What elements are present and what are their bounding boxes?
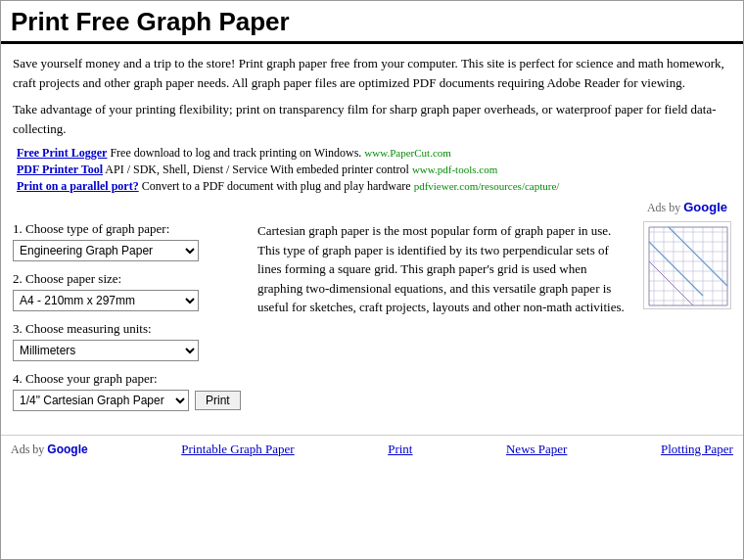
page-title: Print Free Graph Paper <box>11 7 733 37</box>
form-step-1: 1. Choose type of graph paper: Engineeri… <box>13 221 248 261</box>
intro-paragraph-2: Take advantage of your printing flexibil… <box>13 100 731 138</box>
ad-link-row-2: PDF Printer Tool API / SDK, Shell, Diens… <box>13 163 731 177</box>
svg-line-22 <box>649 261 693 305</box>
step1-label: 1. Choose type of graph paper: <box>13 221 248 237</box>
page-footer: Ads by Google Printable Graph Paper Prin… <box>1 435 743 463</box>
form-step-2: 2. Choose paper size: A4 - 210mm x 297mm… <box>13 271 248 311</box>
ad-link-2[interactable]: PDF Printer Tool <box>17 163 103 176</box>
ad-link-1[interactable]: Free Print Logger <box>17 146 107 160</box>
ad-links-section: Free Print Logger Free download to log a… <box>13 146 731 194</box>
footer-link-print[interactable]: Print <box>388 442 412 457</box>
graph-type-select[interactable]: Engineering Graph Paper Cartesian Graph … <box>13 240 199 261</box>
intro-paragraph-1: Save yourself money and a trip to the st… <box>13 54 731 92</box>
paper-size-select[interactable]: A4 - 210mm x 297mm Letter - 8.5" x 11" L… <box>13 290 199 311</box>
svg-line-20 <box>649 242 703 296</box>
ad-desc-1-text: Free download to log and track printing … <box>110 146 361 160</box>
footer-link-printable[interactable]: Printable Graph Paper <box>181 442 295 457</box>
footer-ads-text: Ads by <box>11 443 47 456</box>
form-step-4: 4. Choose your graph paper: 1/4" Cartesi… <box>13 371 248 411</box>
step4-label: 4. Choose your graph paper: <box>13 371 248 387</box>
step3-label: 3. Choose measuring units: <box>13 321 248 337</box>
description-text: Cartesian graph paper is the most popula… <box>257 221 633 421</box>
ad-link-row-1: Free Print Logger Free download to log a… <box>13 146 731 161</box>
ads-by-google-footer: Ads by Google <box>11 443 88 457</box>
paper-style-select[interactable]: 1/4" Cartesian Graph Paper 1/5" Cartesia… <box>13 390 189 411</box>
ad-link-row-3: Print on a parallel port? Convert to a P… <box>13 179 731 194</box>
description-column: Cartesian graph paper is the most popula… <box>257 221 731 421</box>
graph-thumbnail <box>643 221 731 309</box>
ad-desc-2-text: API / SDK, Shell, Dienst / Service With … <box>105 163 409 176</box>
print-row: 1/4" Cartesian Graph Paper 1/5" Cartesia… <box>13 390 248 411</box>
form-column: 1. Choose type of graph paper: Engineeri… <box>13 221 248 421</box>
footer-link-plotting[interactable]: Plotting Paper <box>661 442 733 457</box>
main-content: Save yourself money and a trip to the st… <box>1 44 743 427</box>
intro-section: Save yourself money and a trip to the st… <box>13 54 731 138</box>
ads-label-right: Ads by <box>647 201 683 214</box>
print-button[interactable]: Print <box>195 391 241 410</box>
ads-by-google-right: Ads by Google <box>13 200 731 215</box>
ad-link-3[interactable]: Print on a parallel port? <box>17 179 139 193</box>
two-column-section: 1. Choose type of graph paper: Engineeri… <box>13 221 731 421</box>
footer-link-newspaper[interactable]: News Paper <box>506 442 567 457</box>
form-step-3: 3. Choose measuring units: Millimeters I… <box>13 321 248 361</box>
page-header: Print Free Graph Paper <box>1 1 743 44</box>
svg-line-21 <box>669 227 727 286</box>
step2-label: 2. Choose paper size: <box>13 271 248 287</box>
units-select[interactable]: Millimeters Inches Centimeters <box>13 340 199 361</box>
